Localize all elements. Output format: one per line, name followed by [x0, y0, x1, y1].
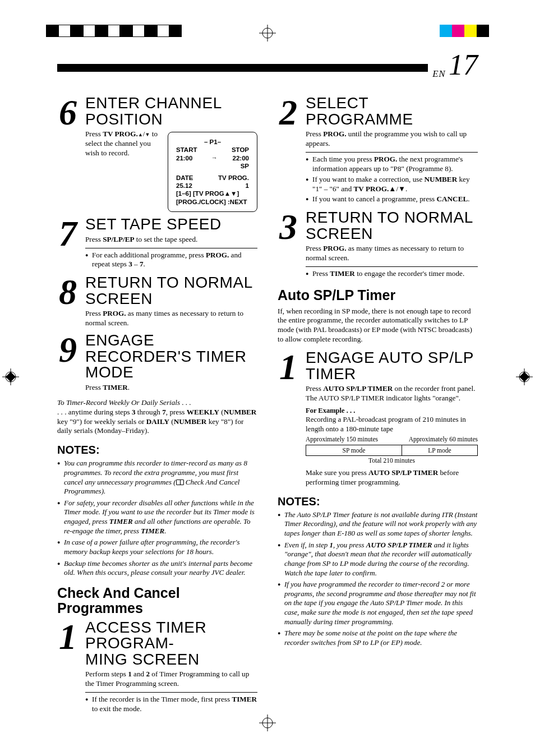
note-item: Backup time becomes shorter as the unit'… — [57, 559, 257, 578]
note-item: Even if, in step 1, you press AUTO SP/LP… — [278, 541, 478, 578]
step-1-auto-number: 1 — [278, 350, 299, 487]
step-3: 3 RETURN TO NORMAL SCREEN Press PROG. as… — [278, 210, 478, 280]
weekly-body: . . . anytime during steps 3 through 7, … — [57, 408, 257, 436]
note-item: There may be some noise at the point on … — [278, 629, 478, 647]
divider — [306, 266, 478, 267]
registration-squares-left — [46, 25, 182, 37]
step-1-access-bullet: If the recorder is in the Timer mode, fi… — [85, 695, 257, 714]
triangle-up-icon — [138, 130, 143, 138]
step-1-access-text: Perform steps 1 and 2 of Timer Programmi… — [85, 670, 257, 689]
step-1-access-number: 1 — [57, 620, 79, 715]
note-item: You can programme this recorder to timer… — [57, 459, 257, 496]
step-8-title: RETURN TO NORMAL SCREEN — [85, 275, 257, 307]
note-item: For safety, your recorder disables all o… — [57, 499, 257, 536]
osd-hint1: [1–6] [TV PROG▲▼] — [176, 190, 249, 197]
step-6-number: 6 — [57, 95, 79, 212]
weekly-lead: To Timer-Record Weekly Or Daily Serials … — [57, 398, 257, 408]
step-9-text: Press TIMER. — [85, 383, 257, 393]
bullet-item: If you want to cancel a programme, press… — [306, 195, 478, 204]
for-example-label: For Example . . . — [306, 407, 478, 415]
page-body: 6 ENTER CHANNEL POSITION Press TV PROG./… — [57, 95, 478, 700]
arrow-right-icon: → — [211, 154, 218, 162]
osd-display: – P1– START21:00 → STOP22:00 SP DATE25.1… — [168, 132, 257, 212]
step-3-number: 3 — [278, 210, 299, 280]
step-1-auto: 1 ENGAGE AUTO SP/LP TIMER Press AUTO SP/… — [278, 350, 478, 487]
crosshair-top-icon — [259, 25, 276, 42]
step-1-auto-after: Make sure you press AUTO SP/LP TIMER bef… — [306, 468, 478, 487]
splp-diagram: Approximately 150 minutes Approximately … — [306, 436, 478, 464]
example-body: Recording a PAL-broadcast program of 210… — [306, 415, 478, 434]
diag-right-label: Approximately 60 minutes — [409, 436, 478, 444]
check-cancel-heading: Check And Cancel Programmes — [57, 586, 257, 616]
crosshair-bottom-icon — [259, 714, 276, 731]
note-item: In case of a power failure after program… — [57, 538, 257, 556]
step-9-number: 9 — [57, 333, 79, 393]
notes-list-right: The Auto SP/LP Timer feature is not avai… — [278, 510, 478, 648]
step-3-bullet: Press TIMER to engage the recorder's tim… — [306, 269, 478, 279]
step-7-title: SET TAPE SPEED — [85, 216, 257, 233]
bullet-item: If you want to make a correction, use NU… — [306, 175, 478, 194]
side-target-left-icon — [2, 368, 19, 388]
step-1-access: 1 ACCESS TIMER PROGRAM- MING SCREEN Perf… — [57, 620, 257, 715]
step-8: 8 RETURN TO NORMAL SCREEN Press PROG. as… — [57, 275, 257, 328]
bullet-item: Each time you press PROG. the next progr… — [306, 155, 478, 174]
osd-hint2: [PROG./CLOCK] :NEXT — [176, 198, 249, 206]
step-2-number: 2 — [278, 95, 299, 205]
step-3-text: Press PROG. as many times as necessary t… — [306, 244, 478, 263]
diag-left-label: Approximately 150 minutes — [306, 436, 378, 444]
step-7-text: Press SP/LP/EP to set the tape speed. — [85, 235, 257, 245]
note-item: The Auto SP/LP Timer feature is not avai… — [278, 510, 478, 538]
page-number-value: 17 — [449, 50, 478, 80]
notes-list-left: You can programme this recorder to timer… — [57, 459, 257, 578]
divider — [85, 248, 257, 248]
diag-sp-cell: SP mode — [306, 445, 402, 455]
page-en-label: EN — [432, 68, 445, 80]
diag-lp-cell: LP mode — [402, 445, 477, 455]
osd-p: – P1– — [176, 138, 249, 146]
step-9: 9 ENGAGE RECORDER'S TIMER MODE Press TIM… — [57, 333, 257, 393]
left-column: 6 ENTER CHANNEL POSITION Press TV PROG./… — [57, 95, 257, 700]
step-6-text: Press TV PROG./ to select the channel yo… — [85, 130, 160, 158]
step-3-title: RETURN TO NORMAL SCREEN — [306, 210, 478, 242]
osd-sp: SP — [176, 162, 249, 170]
book-icon — [176, 480, 184, 485]
step-2-text: Press PROG. until the programme you wish… — [306, 130, 478, 149]
diag-total: Total 210 minutes — [306, 457, 478, 464]
right-column: 2 SELECT PROGRAMME Press PROG. until the… — [278, 95, 478, 700]
auto-splp-heading: Auto SP/LP Timer — [278, 288, 478, 303]
side-target-right-icon — [516, 368, 533, 388]
page-number: EN 17 — [428, 50, 478, 80]
step-1-access-title: ACCESS TIMER PROGRAM- MING SCREEN — [85, 620, 257, 668]
notes-heading-left: NOTES: — [57, 444, 257, 457]
step-1-auto-text: Press AUTO SP/LP TIMER on the recorder f… — [306, 384, 478, 403]
step-9-title: ENGAGE RECORDER'S TIMER MODE — [85, 333, 257, 381]
step-7: 7 SET TAPE SPEED Press SP/LP/EP to set t… — [57, 216, 257, 270]
step-1-auto-title: ENGAGE AUTO SP/LP TIMER — [306, 350, 478, 382]
step-6: 6 ENTER CHANNEL POSITION Press TV PROG./… — [57, 95, 257, 212]
step-2: 2 SELECT PROGRAMME Press PROG. until the… — [278, 95, 478, 205]
divider — [306, 152, 478, 153]
step-7-number: 7 — [57, 216, 79, 270]
step-7-bullet: For each additional programme, press PRO… — [85, 251, 257, 270]
notes-heading-right: NOTES: — [278, 495, 478, 508]
divider — [85, 692, 257, 693]
step-8-text: Press PROG. as many times as necessary t… — [85, 309, 257, 328]
step-2-title: SELECT PROGRAMME — [306, 95, 478, 127]
step-8-number: 8 — [57, 275, 79, 328]
registration-squares-right — [440, 25, 489, 37]
header-rule — [57, 64, 478, 72]
step-2-bullets: Each time you press PROG. the next progr… — [306, 155, 478, 204]
step-6-title: ENTER CHANNEL POSITION — [85, 95, 257, 127]
auto-splp-intro: If, when recording in SP mode, there is … — [278, 307, 478, 345]
note-item: If you have programmed the recorder to t… — [278, 580, 478, 626]
